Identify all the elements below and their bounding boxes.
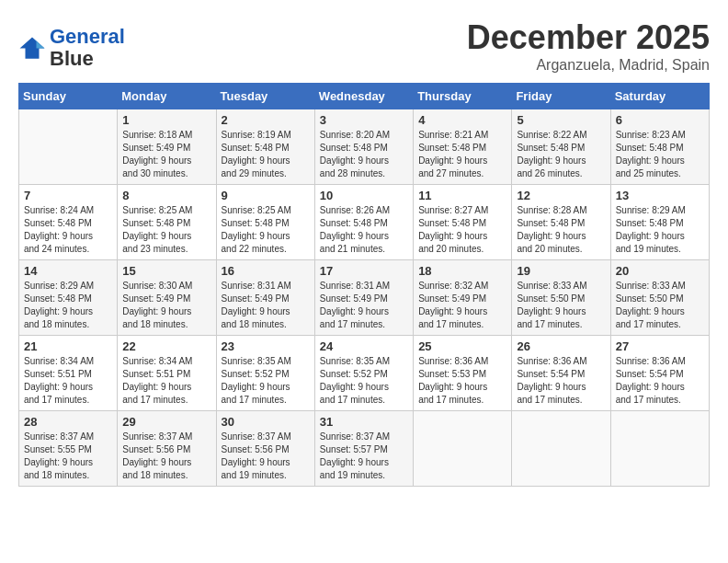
day-number: 22 (122, 339, 210, 353)
weekday-header: Monday (118, 84, 216, 109)
day-number: 13 (616, 189, 704, 202)
calendar-cell: 5Sunrise: 8:22 AM Sunset: 5:48 PM Daylig… (512, 109, 610, 185)
day-info: Sunrise: 8:19 AM Sunset: 5:48 PM Dayligh… (222, 129, 310, 180)
day-number: 29 (122, 415, 210, 429)
day-info: Sunrise: 8:25 AM Sunset: 5:48 PM Dayligh… (222, 204, 310, 256)
weekday-header: Tuesday (216, 84, 314, 109)
weekday-header-row: SundayMondayTuesdayWednesdayThursdayFrid… (19, 84, 710, 109)
calendar-cell: 21Sunrise: 8:34 AM Sunset: 5:51 PM Dayli… (19, 336, 118, 411)
day-info: Sunrise: 8:30 AM Sunset: 5:49 PM Dayligh… (122, 280, 210, 331)
month-title: December 2025 (467, 18, 710, 57)
calendar-cell: 24Sunrise: 8:35 AM Sunset: 5:52 PM Dayli… (314, 336, 413, 411)
day-info: Sunrise: 8:36 AM Sunset: 5:54 PM Dayligh… (616, 355, 704, 407)
calendar-cell (19, 109, 118, 185)
calendar-cell: 28Sunrise: 8:37 AM Sunset: 5:55 PM Dayli… (19, 411, 118, 487)
day-info: Sunrise: 8:29 AM Sunset: 5:48 PM Dayligh… (616, 204, 704, 256)
day-number: 1 (122, 113, 210, 127)
calendar-cell: 20Sunrise: 8:33 AM Sunset: 5:50 PM Dayli… (610, 260, 709, 336)
calendar-cell: 17Sunrise: 8:31 AM Sunset: 5:49 PM Dayli… (314, 260, 413, 336)
day-number: 26 (517, 339, 605, 353)
day-number: 6 (616, 113, 704, 127)
day-info: Sunrise: 8:33 AM Sunset: 5:50 PM Dayligh… (517, 280, 605, 331)
day-info: Sunrise: 8:35 AM Sunset: 5:52 PM Dayligh… (320, 355, 408, 407)
day-info: Sunrise: 8:36 AM Sunset: 5:53 PM Dayligh… (418, 355, 506, 407)
calendar-cell: 22Sunrise: 8:34 AM Sunset: 5:51 PM Dayli… (118, 336, 216, 411)
day-number: 7 (24, 189, 112, 202)
location-title: Arganzuela, Madrid, Spain (467, 57, 710, 74)
day-number: 31 (320, 415, 408, 429)
calendar-cell: 3Sunrise: 8:20 AM Sunset: 5:48 PM Daylig… (314, 109, 413, 185)
day-number: 2 (222, 113, 310, 127)
day-number: 15 (122, 264, 210, 278)
calendar-cell: 25Sunrise: 8:36 AM Sunset: 5:53 PM Dayli… (414, 336, 512, 411)
calendar-body: 1Sunrise: 8:18 AM Sunset: 5:49 PM Daylig… (19, 109, 710, 487)
calendar-cell (512, 411, 610, 487)
logo-icon (18, 35, 46, 61)
calendar-week-row: 14Sunrise: 8:29 AM Sunset: 5:48 PM Dayli… (19, 260, 710, 336)
day-info: Sunrise: 8:26 AM Sunset: 5:48 PM Dayligh… (320, 204, 408, 256)
day-info: Sunrise: 8:37 AM Sunset: 5:55 PM Dayligh… (24, 431, 112, 482)
day-info: Sunrise: 8:31 AM Sunset: 5:49 PM Dayligh… (222, 280, 310, 331)
calendar-cell: 7Sunrise: 8:24 AM Sunset: 5:48 PM Daylig… (19, 185, 118, 260)
calendar-cell: 12Sunrise: 8:28 AM Sunset: 5:48 PM Dayli… (512, 185, 610, 260)
calendar-header: SundayMondayTuesdayWednesdayThursdayFrid… (19, 84, 710, 109)
calendar-cell: 27Sunrise: 8:36 AM Sunset: 5:54 PM Dayli… (610, 336, 709, 411)
day-info: Sunrise: 8:37 AM Sunset: 5:56 PM Dayligh… (122, 431, 210, 482)
title-block: December 2025 Arganzuela, Madrid, Spain (467, 18, 710, 74)
calendar-cell: 19Sunrise: 8:33 AM Sunset: 5:50 PM Dayli… (512, 260, 610, 336)
calendar-table: SundayMondayTuesdayWednesdayThursdayFrid… (18, 83, 710, 487)
day-info: Sunrise: 8:23 AM Sunset: 5:48 PM Dayligh… (616, 129, 704, 180)
calendar-cell: 30Sunrise: 8:37 AM Sunset: 5:56 PM Dayli… (216, 411, 314, 487)
day-info: Sunrise: 8:21 AM Sunset: 5:48 PM Dayligh… (418, 129, 506, 180)
day-number: 11 (418, 189, 506, 202)
calendar-week-row: 1Sunrise: 8:18 AM Sunset: 5:49 PM Daylig… (19, 109, 710, 185)
calendar-cell: 10Sunrise: 8:26 AM Sunset: 5:48 PM Dayli… (314, 185, 413, 260)
day-number: 23 (222, 339, 310, 353)
day-info: Sunrise: 8:28 AM Sunset: 5:48 PM Dayligh… (517, 204, 605, 256)
day-number: 5 (517, 113, 605, 127)
day-number: 8 (122, 189, 210, 202)
weekday-header: Sunday (19, 84, 118, 109)
calendar-cell: 9Sunrise: 8:25 AM Sunset: 5:48 PM Daylig… (216, 185, 314, 260)
calendar-cell: 4Sunrise: 8:21 AM Sunset: 5:48 PM Daylig… (414, 109, 512, 185)
day-info: Sunrise: 8:34 AM Sunset: 5:51 PM Dayligh… (122, 355, 210, 407)
calendar-cell: 11Sunrise: 8:27 AM Sunset: 5:48 PM Dayli… (414, 185, 512, 260)
logo: General Blue (18, 26, 125, 70)
calendar-cell: 31Sunrise: 8:37 AM Sunset: 5:57 PM Dayli… (314, 411, 413, 487)
day-number: 28 (24, 415, 112, 429)
day-number: 20 (616, 264, 704, 278)
logo-name: General Blue (50, 26, 125, 70)
day-info: Sunrise: 8:32 AM Sunset: 5:49 PM Dayligh… (418, 280, 506, 331)
calendar-cell: 14Sunrise: 8:29 AM Sunset: 5:48 PM Dayli… (19, 260, 118, 336)
day-info: Sunrise: 8:34 AM Sunset: 5:51 PM Dayligh… (24, 355, 112, 407)
header: General Blue December 2025 Arganzuela, M… (18, 18, 710, 74)
weekday-header: Friday (512, 84, 610, 109)
day-info: Sunrise: 8:37 AM Sunset: 5:57 PM Dayligh… (320, 431, 408, 482)
calendar-cell: 23Sunrise: 8:35 AM Sunset: 5:52 PM Dayli… (216, 336, 314, 411)
calendar-cell: 16Sunrise: 8:31 AM Sunset: 5:49 PM Dayli… (216, 260, 314, 336)
day-number: 21 (24, 339, 112, 353)
calendar-week-row: 28Sunrise: 8:37 AM Sunset: 5:55 PM Dayli… (19, 411, 710, 487)
day-info: Sunrise: 8:33 AM Sunset: 5:50 PM Dayligh… (616, 280, 704, 331)
calendar-week-row: 21Sunrise: 8:34 AM Sunset: 5:51 PM Dayli… (19, 336, 710, 411)
day-info: Sunrise: 8:20 AM Sunset: 5:48 PM Dayligh… (320, 129, 408, 180)
calendar-cell (610, 411, 709, 487)
calendar-cell: 6Sunrise: 8:23 AM Sunset: 5:48 PM Daylig… (610, 109, 709, 185)
day-number: 24 (320, 339, 408, 353)
weekday-header: Wednesday (314, 84, 413, 109)
calendar-cell: 15Sunrise: 8:30 AM Sunset: 5:49 PM Dayli… (118, 260, 216, 336)
day-info: Sunrise: 8:24 AM Sunset: 5:48 PM Dayligh… (24, 204, 112, 256)
day-number: 30 (222, 415, 310, 429)
calendar-week-row: 7Sunrise: 8:24 AM Sunset: 5:48 PM Daylig… (19, 185, 710, 260)
calendar-cell: 13Sunrise: 8:29 AM Sunset: 5:48 PM Dayli… (610, 185, 709, 260)
calendar-cell: 18Sunrise: 8:32 AM Sunset: 5:49 PM Dayli… (414, 260, 512, 336)
day-number: 10 (320, 189, 408, 202)
day-number: 25 (418, 339, 506, 353)
day-info: Sunrise: 8:36 AM Sunset: 5:54 PM Dayligh… (517, 355, 605, 407)
calendar-cell: 1Sunrise: 8:18 AM Sunset: 5:49 PM Daylig… (118, 109, 216, 185)
day-info: Sunrise: 8:27 AM Sunset: 5:48 PM Dayligh… (418, 204, 506, 256)
day-number: 3 (320, 113, 408, 127)
day-info: Sunrise: 8:18 AM Sunset: 5:49 PM Dayligh… (122, 129, 210, 180)
day-number: 17 (320, 264, 408, 278)
day-info: Sunrise: 8:37 AM Sunset: 5:56 PM Dayligh… (222, 431, 310, 482)
